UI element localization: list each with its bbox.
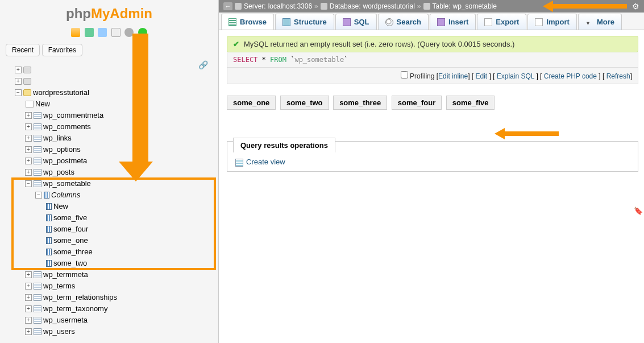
expand-icon[interactable]: + (25, 158, 32, 164)
table-link[interactable]: wp_posts (43, 168, 74, 176)
tab-search[interactable]: Search (378, 14, 429, 30)
columns-icon (44, 192, 49, 199)
profiling-input[interactable] (401, 71, 408, 78)
create-view-link[interactable]: Create view (246, 158, 285, 166)
table-link[interactable]: wp_termmeta (43, 270, 88, 279)
expand-icon[interactable]: + (15, 78, 22, 85)
expand-icon[interactable]: + (25, 112, 32, 119)
table-link[interactable]: wp_options (43, 145, 81, 154)
qro-title: Query results operations (233, 138, 335, 152)
column-header[interactable]: some_four (392, 96, 442, 110)
table-link[interactable]: wp_commentmeta (43, 111, 103, 119)
table-icon (34, 283, 41, 290)
column-link[interactable]: some_one (53, 236, 88, 245)
explain-sql-link[interactable]: Explain SQL (497, 72, 534, 80)
table-link[interactable]: wp_users (43, 327, 75, 336)
new-icon (26, 101, 34, 108)
edit-inline-link[interactable]: Edit inline (438, 72, 468, 80)
column-link[interactable]: some_two (53, 259, 87, 267)
column-link[interactable]: some_five (53, 213, 87, 222)
table-icon (34, 180, 41, 187)
reload-icon[interactable] (138, 28, 147, 37)
tab-label: Browse (240, 18, 267, 26)
new-link[interactable]: New (35, 100, 50, 108)
db-name[interactable]: wordpresstutorial (33, 88, 89, 97)
logo-myadmin: MyAdmin (91, 6, 152, 21)
tab-recent[interactable]: Recent (6, 44, 40, 56)
bookmark-icon[interactable]: 🔖 (634, 206, 643, 215)
sql-keyword: FROM (270, 56, 286, 64)
browse-icon (228, 18, 236, 26)
table-link[interactable]: wp_links (43, 134, 72, 142)
tab-more[interactable]: More (578, 14, 622, 30)
bc-db-value[interactable]: wordpresstutorial (363, 2, 414, 10)
expand-icon[interactable]: + (25, 317, 32, 324)
doc-icon[interactable] (111, 28, 121, 37)
table-icon (34, 158, 41, 164)
bc-server-value[interactable]: localhost:3306 (268, 2, 312, 10)
gear-icon[interactable]: ⚙ (632, 2, 639, 11)
tab-browse[interactable]: Browse (221, 14, 274, 30)
column-icon (46, 260, 52, 267)
table-icon (423, 3, 430, 10)
column-header[interactable]: some_five (446, 96, 495, 110)
table-link[interactable]: wp_sometable (43, 179, 91, 188)
table-link[interactable]: wp_comments (43, 122, 91, 131)
sql-query-box: SELECT * FROM `wp_sometable` (227, 52, 638, 68)
tab-label: Structure (294, 18, 327, 26)
tab-label: Insert (448, 18, 468, 26)
columns-label[interactable]: Columns (51, 191, 80, 199)
expand-icon[interactable]: + (25, 169, 32, 176)
profiling-checkbox[interactable]: Profiling (401, 72, 435, 80)
expand-icon[interactable]: + (25, 146, 32, 153)
database-icon (23, 78, 31, 85)
sql-text: wp_sometable (294, 56, 344, 64)
exit-icon[interactable] (85, 28, 94, 37)
column-header[interactable]: some_three (333, 96, 387, 110)
tab-sql[interactable]: SQL (335, 14, 377, 30)
tab-favorites[interactable]: Favorites (42, 44, 82, 56)
column-header[interactable]: some_one (227, 96, 276, 110)
tab-import[interactable]: Import (527, 14, 576, 30)
new-column-link[interactable]: New (53, 202, 68, 210)
collapse-icon[interactable]: − (15, 89, 22, 96)
expand-icon[interactable]: + (25, 305, 32, 312)
expand-icon[interactable]: + (25, 328, 32, 335)
home-icon[interactable] (71, 28, 80, 37)
gear-icon[interactable] (124, 28, 134, 37)
tab-insert[interactable]: Insert (430, 14, 476, 30)
tab-label: Search (397, 18, 421, 26)
annotation-arrow-breadcrumb (543, 1, 627, 12)
sql-actions: Profiling [Edit inline] [ Edit ] [ Expla… (227, 68, 638, 84)
table-link[interactable]: wp_term_taxonomy (43, 304, 107, 313)
expand-icon[interactable]: + (15, 67, 22, 73)
expand-icon[interactable]: + (25, 271, 32, 278)
expand-icon[interactable]: + (25, 123, 32, 130)
column-icon (46, 237, 52, 244)
tab-export[interactable]: Export (477, 14, 526, 30)
expand-icon[interactable]: + (25, 283, 32, 290)
expand-icon[interactable]: + (25, 135, 32, 142)
table-link[interactable]: wp_term_relationships (43, 293, 117, 301)
collapse-icon[interactable]: − (25, 180, 32, 187)
sql-icon[interactable] (98, 28, 107, 37)
create-php-link[interactable]: Create PHP code (544, 72, 597, 80)
edit-link[interactable]: Edit (475, 72, 487, 80)
tab-structure[interactable]: Structure (275, 14, 334, 30)
table-link[interactable]: wp_terms (43, 282, 75, 290)
bc-table-value[interactable]: wp_sometable (453, 2, 497, 10)
server-icon (235, 3, 242, 10)
collapse-icon[interactable]: − (35, 192, 42, 199)
table-link[interactable]: wp_usermeta (43, 316, 88, 324)
column-link[interactable]: some_three (53, 247, 93, 256)
logo[interactable]: phpMyAdmin (0, 0, 218, 25)
back-icon[interactable]: ← (223, 2, 232, 10)
refresh-link[interactable]: Refresh (606, 72, 630, 80)
column-header[interactable]: some_two (280, 96, 329, 110)
success-message: ✔ MySQL returned an empty result set (i.… (227, 36, 638, 52)
expand-icon[interactable]: + (25, 294, 32, 301)
export-icon (484, 18, 492, 26)
sql-keyword: SELECT (233, 56, 257, 64)
table-link[interactable]: wp_postmeta (43, 156, 87, 165)
column-link[interactable]: some_four (53, 225, 88, 233)
